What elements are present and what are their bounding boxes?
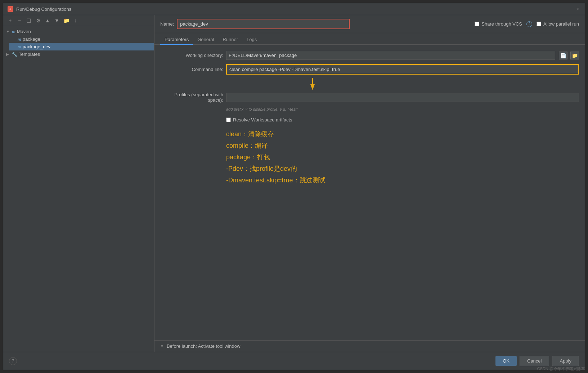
close-button[interactable]: × — [575, 6, 580, 12]
allow-parallel-label: Allow parallel run — [543, 21, 579, 27]
share-vcs-help-icon[interactable]: ? — [526, 21, 532, 27]
working-dir-input[interactable] — [226, 51, 555, 60]
command-line-label: Command line: — [160, 67, 223, 72]
tree-item-package-dev[interactable]: m package_dev — [9, 43, 154, 50]
profiles-input[interactable] — [226, 93, 579, 102]
remove-config-button[interactable]: − — [15, 17, 23, 25]
tree-toolbar: + − ❑ ⚙ ▲ ▼ 📁 ↕ — [3, 15, 154, 26]
dialog-footer: ? OK Cancel Apply — [3, 352, 585, 370]
allow-parallel-checkbox[interactable] — [537, 22, 541, 26]
annotation-line-5: -Dmaven.test.skip=true：跳过测试 — [226, 176, 579, 185]
share-vcs-checkbox[interactable] — [475, 22, 479, 26]
before-launch-text: Before launch: Activate tool window — [167, 343, 241, 349]
working-dir-folder-button[interactable]: 📁 — [570, 52, 579, 59]
title-bar-left: J Run/Debug Configurations — [8, 6, 71, 12]
tab-logs[interactable]: Logs — [242, 35, 261, 45]
maven-children: m package m package_dev — [3, 35, 154, 50]
tree-item-templates-group[interactable]: ▶ 🔧 Templates — [3, 50, 154, 58]
package-dev-arrow — [12, 45, 16, 49]
before-launch-arrow-icon: ▼ — [160, 344, 164, 348]
templates-wrench-icon: 🔧 — [12, 52, 17, 57]
annotation-line-2: compile：编译 — [226, 141, 579, 150]
tabs-bar: Parameters General Runner Logs — [154, 35, 585, 45]
folder-config-button[interactable]: 📁 — [62, 17, 70, 25]
tab-general[interactable]: General — [193, 35, 218, 45]
package-dev-icon: m — [18, 45, 21, 49]
resolve-workspace-label: Resolve Workspace artifacts — [233, 117, 292, 123]
resolve-workspace-checkbox[interactable] — [226, 117, 231, 122]
sort-config-button[interactable]: ↕ — [72, 17, 80, 25]
move-down-config-button[interactable]: ▼ — [53, 17, 61, 25]
profiles-row: Profiles (separated with space): — [160, 92, 579, 103]
before-launch-section: ▼ Before launch: Activate tool window — [154, 340, 585, 352]
package-label: package — [23, 36, 40, 42]
package-arrow — [12, 37, 16, 41]
copy-config-button[interactable]: ❑ — [25, 17, 33, 25]
cancel-button[interactable]: Cancel — [520, 356, 549, 366]
tree-item-maven-group[interactable]: ▼ m Maven — [3, 28, 154, 35]
annotation-block: clean：清除缓存 compile：编译 package：打包 -Pdev：找… — [226, 130, 579, 185]
profiles-label: Profiles (separated with space): — [160, 92, 223, 103]
command-line-row: Command line: — [160, 64, 579, 75]
resolve-workspace-checkbox-wrapper: Resolve Workspace artifacts — [226, 117, 292, 123]
templates-label: Templates — [19, 52, 40, 57]
allow-parallel-checkbox-label: Allow parallel run — [537, 21, 579, 27]
share-vcs-label: Share through VCS — [481, 21, 522, 27]
tab-content-parameters: Working directory: 📄 📁 Command line: — [154, 45, 585, 340]
footer-left: ? — [9, 357, 17, 365]
templates-group-arrow: ▶ — [6, 52, 10, 56]
maven-group-label: Maven — [17, 29, 31, 34]
tree-item-package[interactable]: m package — [9, 35, 154, 43]
left-panel: + − ❑ ⚙ ▲ ▼ 📁 ↕ ▼ m Maven — [3, 15, 154, 352]
profiles-hint: add prefix '-' to disable profile, e.g. … — [226, 107, 579, 111]
name-row: Name: Share through VCS ? Allow parallel… — [154, 15, 585, 33]
command-line-input[interactable] — [227, 65, 578, 74]
add-config-button[interactable]: + — [6, 17, 14, 25]
name-label: Name: — [160, 21, 174, 27]
footer-right: OK Cancel Apply — [495, 356, 579, 366]
title-bar: J Run/Debug Configurations × — [3, 3, 585, 15]
run-debug-configurations-dialog: J Run/Debug Configurations × + − ❑ ⚙ ▲ ▼… — [3, 3, 585, 370]
package-dev-label: package_dev — [23, 44, 50, 49]
ok-button[interactable]: OK — [495, 356, 517, 366]
annotation-line-1: clean：清除缓存 — [226, 130, 579, 138]
package-icon: m — [18, 37, 21, 41]
resolve-workspace-row: Resolve Workspace artifacts — [160, 117, 579, 123]
watermark: CSDN @今年不养猪只除草 — [537, 366, 585, 372]
maven-group-arrow: ▼ — [6, 30, 10, 34]
maven-group-icon: m — [12, 30, 15, 34]
right-panel: Name: Share through VCS ? Allow parallel… — [154, 15, 585, 352]
working-dir-row: Working directory: 📄 📁 — [160, 51, 579, 60]
working-dir-label: Working directory: — [160, 53, 223, 58]
move-up-config-button[interactable]: ▲ — [44, 17, 51, 25]
help-button[interactable]: ? — [9, 357, 17, 365]
tab-runner[interactable]: Runner — [218, 35, 242, 45]
apply-button[interactable]: Apply — [552, 356, 579, 366]
name-input-wrapper — [177, 19, 350, 29]
dialog-title: Run/Debug Configurations — [16, 6, 71, 12]
command-input-wrapper — [226, 64, 579, 75]
settings-config-button[interactable]: ⚙ — [34, 17, 42, 25]
annotation-line-3: package：打包 — [226, 153, 579, 161]
tab-parameters[interactable]: Parameters — [160, 35, 193, 45]
arrow-annotation-container — [226, 76, 579, 90]
name-input[interactable] — [178, 20, 349, 28]
working-dir-browse-icon-button[interactable]: 📄 — [559, 52, 567, 59]
configurations-tree: ▼ m Maven m package m package_dev — [3, 26, 154, 352]
annotation-line-4: -Pdev：找profile是dev的 — [226, 164, 579, 173]
dialog-body: + − ❑ ⚙ ▲ ▼ 📁 ↕ ▼ m Maven — [3, 15, 585, 352]
dialog-icon: J — [8, 6, 13, 12]
share-vcs-checkbox-label: Share through VCS — [475, 21, 522, 27]
